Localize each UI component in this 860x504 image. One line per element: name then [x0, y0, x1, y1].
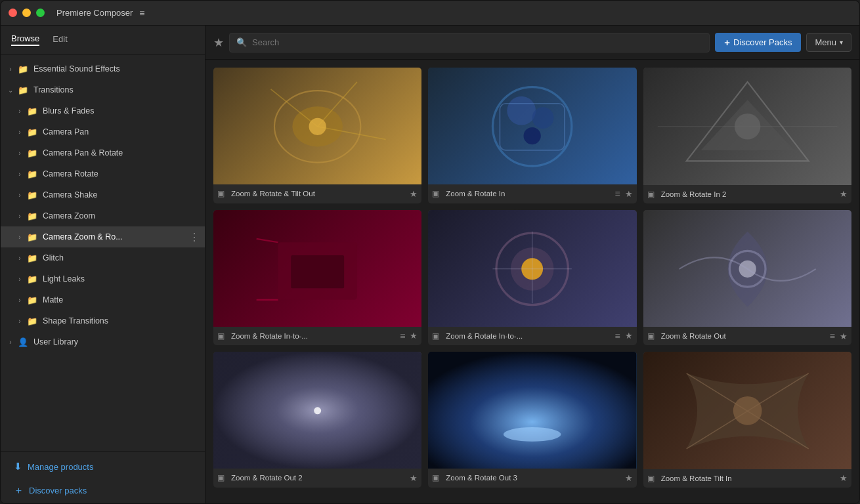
discover-packs-action[interactable]: ＋ Discover packs: [1, 478, 205, 502]
thumb-visual: [213, 68, 421, 184]
tab-edit[interactable]: Edit: [53, 34, 67, 45]
media-card[interactable]: ▣ Zoom & Rotate Out 2 ★: [213, 352, 421, 488]
favorites-filter-icon[interactable]: ★: [213, 35, 224, 50]
svg-line-17: [257, 238, 278, 242]
card-menu-icon[interactable]: ≡: [398, 331, 406, 341]
tab-bar: Browse Edit: [1, 26, 205, 54]
more-options-icon[interactable]: ⋮: [189, 231, 200, 243]
card-star-icon[interactable]: ★: [410, 473, 418, 483]
folder-icon: 📁: [27, 253, 37, 263]
sidebar-item-camera-shake[interactable]: › 📁 Camera Shake: [1, 184, 205, 205]
sidebar-item-camera-rotate[interactable]: › 📁 Camera Rotate: [1, 163, 205, 184]
search-input[interactable]: [252, 37, 702, 47]
sidebar-item-user-library[interactable]: › 👤 User Library: [1, 331, 205, 352]
plus-icon: +: [724, 37, 730, 48]
media-thumbnail: [428, 210, 636, 327]
svg-point-9: [524, 127, 541, 144]
card-footer: ▣ Zoom & Rotate Out ≡ ★: [643, 327, 851, 345]
menu-button[interactable]: Menu ▾: [806, 33, 851, 52]
media-thumbnail: [643, 68, 851, 185]
card-footer: ▣ Zoom & Rotate In-to-... ≡ ★: [213, 327, 421, 345]
card-menu-icon[interactable]: ≡: [828, 331, 836, 341]
media-card[interactable]: ▣ Zoom & Rotate Tilt In ★: [643, 352, 851, 488]
chevron-right-icon: ›: [6, 66, 15, 73]
card-title: Zoom & Rotate Out 3: [446, 474, 621, 482]
hamburger-icon[interactable]: ≡: [139, 8, 144, 18]
sidebar-item-shape-transitions[interactable]: › 📁 Shape Transitions: [1, 310, 205, 331]
clip-icon: ▣: [217, 473, 228, 482]
sidebar-item-light-leaks[interactable]: › 📁 Light Leaks: [1, 268, 205, 289]
card-menu-icon[interactable]: ≡: [613, 331, 621, 341]
chevron-right-icon: ›: [15, 171, 24, 178]
sidebar-item-essential-sound[interactable]: › 📁 Essential Sound Effects: [1, 58, 205, 79]
svg-point-7: [507, 96, 536, 125]
card-title: Zoom & Rotate In-to-...: [231, 332, 395, 340]
svg-rect-16: [291, 255, 344, 287]
card-star-icon[interactable]: ★: [625, 331, 633, 341]
card-menu-icon[interactable]: ≡: [613, 188, 621, 199]
media-thumbnail: [428, 352, 636, 469]
card-star-icon[interactable]: ★: [625, 473, 633, 483]
svg-point-14: [735, 114, 760, 139]
sidebar-tree: › 📁 Essential Sound Effects ⌄ 📁 Transiti…: [1, 54, 205, 452]
sidebar-item-camera-pan-rotate[interactable]: › 📁 Camera Pan & Rotate: [1, 142, 205, 163]
card-star-icon[interactable]: ★: [410, 189, 418, 199]
card-star-icon[interactable]: ★: [840, 331, 848, 341]
media-card[interactable]: ▣ Zoom & Rotate & Tilt Out ★: [213, 68, 421, 203]
chevron-right-icon: ›: [15, 318, 24, 325]
sidebar-item-camera-zoom-rotate[interactable]: › 📁 Camera Zoom & Ro... ⋮: [1, 226, 205, 247]
media-card[interactable]: ▣ Zoom & Rotate In ≡ ★: [428, 68, 636, 203]
card-footer: ▣ Zoom & Rotate Tilt In ★: [643, 469, 851, 488]
folder-icon: 📁: [18, 85, 28, 95]
user-library-icon: 👤: [18, 337, 28, 347]
media-card[interactable]: ▣ Zoom & Rotate In-to-... ≡ ★: [213, 210, 421, 346]
svg-rect-28: [428, 352, 636, 469]
search-icon: 🔍: [236, 37, 247, 47]
card-star-icon[interactable]: ★: [840, 473, 848, 483]
sidebar-bottom: ⬇ Manage products ＋ Discover packs: [1, 452, 205, 504]
folder-icon: 📁: [27, 295, 37, 305]
thumb-visual: [643, 210, 851, 327]
sidebar-item-transitions[interactable]: ⌄ 📁 Transitions: [1, 79, 205, 100]
clip-icon: ▣: [217, 331, 228, 341]
chevron-right-icon: ›: [15, 297, 24, 304]
folder-icon: 📁: [27, 190, 37, 200]
card-footer: ▣ Zoom & Rotate In ≡ ★: [428, 184, 636, 203]
card-title: Zoom & Rotate Out 2: [231, 474, 406, 482]
card-title: Zoom & Rotate In 2: [661, 190, 836, 198]
close-btn[interactable]: [9, 9, 17, 17]
thumb-visual: [643, 352, 851, 469]
media-card[interactable]: ▣ Zoom & Rotate Out ≡ ★: [643, 210, 851, 346]
card-title: Zoom & Rotate In-to-...: [446, 332, 610, 340]
card-footer: ▣ Zoom & Rotate & Tilt Out ★: [213, 184, 421, 203]
title-bar: Premiere Composer ≡: [1, 1, 859, 26]
card-title: Zoom & Rotate & Tilt Out: [231, 190, 406, 198]
card-star-icon[interactable]: ★: [410, 331, 418, 341]
clip-icon: ▣: [647, 474, 658, 483]
minimize-btn[interactable]: [22, 9, 31, 17]
manage-products-action[interactable]: ⬇ Manage products: [1, 455, 205, 478]
clip-icon: ▣: [432, 189, 442, 198]
media-card[interactable]: ▣ Zoom & Rotate In-to-... ≡ ★: [428, 210, 636, 346]
clip-icon: ▣: [217, 189, 228, 198]
card-star-icon[interactable]: ★: [625, 189, 633, 199]
sidebar-item-camera-pan[interactable]: › 📁 Camera Pan: [1, 121, 205, 142]
folder-icon: 📁: [27, 169, 37, 179]
clip-icon: ▣: [647, 190, 658, 199]
sidebar-item-glitch[interactable]: › 📁 Glitch: [1, 247, 205, 268]
svg-point-27: [314, 407, 321, 414]
media-card[interactable]: ▣ Zoom & Rotate In 2 ★: [643, 68, 851, 203]
media-thumbnail: [213, 352, 421, 469]
card-footer: ▣ Zoom & Rotate Out 2 ★: [213, 469, 421, 487]
plus-icon: ＋: [14, 484, 24, 497]
media-thumbnail: [643, 352, 851, 469]
tab-browse[interactable]: Browse: [11, 33, 39, 46]
sidebar-item-matte[interactable]: › 📁 Matte: [1, 289, 205, 310]
maximize-btn[interactable]: [36, 9, 45, 17]
sidebar-item-blurs-fades[interactable]: › 📁 Blurs & Fades: [1, 100, 205, 121]
card-star-icon[interactable]: ★: [840, 189, 848, 199]
media-card[interactable]: ▣ Zoom & Rotate Out 3 ★: [428, 352, 636, 488]
top-right-buttons: + Discover Packs Menu ▾: [715, 33, 851, 52]
discover-packs-button[interactable]: + Discover Packs: [715, 33, 801, 52]
sidebar-item-camera-zoom[interactable]: › 📁 Camera Zoom: [1, 205, 205, 226]
